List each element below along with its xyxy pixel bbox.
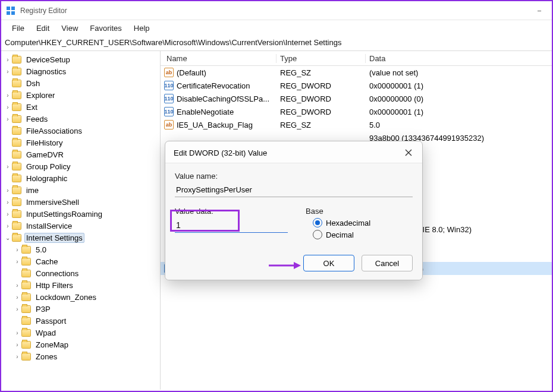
tree-item[interactable]: ›5.0	[1, 244, 160, 255]
value-type: REG_SZ	[276, 121, 366, 129]
tree-item-label: InputSettingsRoaming	[24, 209, 104, 219]
chevron-right-icon[interactable]: ›	[13, 258, 21, 265]
list-row[interactable]: ab(Default)REG_SZ(value not set)	[161, 66, 552, 79]
radio-decimal[interactable]: Decimal	[313, 230, 413, 239]
tree-item[interactable]: ›InputSettingsRoaming	[1, 208, 160, 220]
value-name-label: Value name:	[175, 172, 413, 181]
edit-dword-dialog: Edit DWORD (32-bit) Value Value name: Va…	[165, 141, 423, 280]
tree-item-label: 5.0	[34, 245, 48, 255]
tree-item[interactable]: ›GameDVR	[1, 148, 160, 160]
menu-help[interactable]: Help	[129, 22, 155, 34]
tree-item[interactable]: ›FileAssociations	[1, 125, 160, 137]
chevron-right-icon[interactable]: ›	[4, 199, 12, 206]
tree-item-label: ime	[24, 185, 40, 195]
chevron-right-icon[interactable]: ›	[13, 294, 21, 301]
tree-item[interactable]: ›Feeds	[1, 113, 160, 125]
tree-item[interactable]: ›Wpad	[1, 327, 160, 339]
tree-item-label: Internet Settings	[24, 233, 84, 243]
menu-edit[interactable]: Edit	[32, 22, 54, 34]
folder-icon	[12, 68, 21, 75]
folder-icon	[12, 163, 21, 170]
chevron-right-icon[interactable]: ›	[4, 223, 12, 229]
chevron-right-icon[interactable]: ›	[4, 92, 12, 99]
title-bar: Registry Editor –	[1, 1, 552, 20]
menu-file[interactable]: File	[7, 22, 29, 34]
chevron-right-icon[interactable]: ›	[4, 187, 12, 194]
tree-item[interactable]: ›Dsh	[1, 77, 160, 89]
chevron-right-icon[interactable]: ›	[13, 246, 21, 253]
tree-item[interactable]: ›ZoneMap	[1, 339, 160, 350]
list-row[interactable]: 110EnableNegotiateREG_DWORD0x00000001 (1…	[161, 105, 552, 118]
tree-item[interactable]: ›InstallService	[1, 220, 160, 232]
tree-item[interactable]: ›Lockdown_Zones	[1, 291, 160, 303]
tree-item[interactable]: ›P3P	[1, 303, 160, 315]
tree-item[interactable]: ⌄Internet Settings	[1, 232, 160, 244]
folder-icon	[12, 103, 21, 111]
tree-item-label: Feeds	[24, 114, 49, 124]
tree-item[interactable]: ›Explorer	[1, 89, 160, 101]
list-row[interactable]: 110CertificateRevocationREG_DWORD0x00000…	[161, 79, 552, 92]
tree-item[interactable]: ›Zones	[1, 350, 160, 362]
folder-icon	[12, 186, 21, 194]
radio-hexadecimal[interactable]: Hexadecimal	[313, 218, 413, 227]
tree-item[interactable]: ›DeviceSetup	[1, 53, 160, 65]
chevron-right-icon[interactable]: ›	[13, 342, 21, 348]
folder-icon	[21, 258, 31, 265]
tree-item[interactable]: ›Http Filters	[1, 279, 160, 291]
tree-item[interactable]: ›Diagnostics	[1, 65, 160, 77]
chevron-right-icon[interactable]: ›	[13, 282, 21, 289]
ok-button[interactable]: OK	[303, 255, 354, 271]
menu-view[interactable]: View	[56, 22, 83, 34]
menu-favorites[interactable]: Favorites	[85, 22, 126, 34]
col-data-header[interactable]: Data	[366, 54, 552, 63]
folder-icon	[21, 341, 31, 349]
chevron-right-icon[interactable]: ›	[4, 211, 12, 217]
tree-item[interactable]: ›Cache	[1, 255, 160, 267]
value-name-field[interactable]	[175, 183, 413, 197]
tree-item[interactable]: ›Holographic	[1, 172, 160, 184]
dialog-title-bar: Edit DWORD (32-bit) Value	[165, 141, 422, 163]
tree-item-label: FileAssociations	[24, 126, 84, 136]
minimize-button[interactable]: –	[535, 7, 543, 14]
tree-item-label: Holographic	[24, 173, 69, 184]
chevron-right-icon[interactable]: ›	[4, 116, 12, 122]
tree-item[interactable]: ›Connections	[1, 267, 160, 279]
chevron-right-icon[interactable]: ›	[4, 68, 12, 75]
value-name: (Default)	[177, 68, 206, 77]
list-row[interactable]: 110DisableCachingOfSSLPa...REG_DWORD0x00…	[161, 92, 552, 105]
tree-item[interactable]: ›ImmersiveShell	[1, 196, 160, 208]
value-data: 0x00000001 (1)	[366, 108, 552, 116]
chevron-right-icon[interactable]: ›	[13, 353, 21, 360]
value-data-field[interactable]	[175, 218, 288, 233]
dword-value-icon: 110	[164, 94, 174, 103]
value-type: REG_DWORD	[276, 94, 366, 103]
tree-item[interactable]: ›Ext	[1, 101, 160, 113]
col-type-header[interactable]: Type	[276, 54, 366, 63]
chevron-right-icon[interactable]: ›	[13, 306, 21, 312]
cancel-button[interactable]: Cancel	[362, 255, 413, 271]
tree-item[interactable]: ›Group Policy	[1, 160, 160, 172]
address-bar[interactable]: Computer\HKEY_CURRENT_USER\Software\Micr…	[1, 36, 552, 51]
menu-bar: File Edit View Favorites Help	[1, 20, 552, 36]
value-type: REG_DWORD	[276, 108, 366, 116]
chevron-right-icon[interactable]: ›	[4, 56, 12, 63]
tree-pane[interactable]: ›DeviceSetup›Diagnostics›Dsh›Explorer›Ex…	[1, 51, 161, 390]
list-header: Name Type Data	[161, 51, 552, 66]
dialog-title: Edit DWORD (32-bit) Value	[174, 148, 267, 157]
radio-hex-label: Hexadecimal	[326, 219, 370, 227]
chevron-right-icon[interactable]: ›	[4, 104, 12, 110]
close-icon[interactable]	[403, 147, 414, 158]
chevron-down-icon[interactable]: ⌄	[4, 235, 12, 241]
chevron-right-icon[interactable]: ›	[13, 330, 21, 336]
tree-item[interactable]: ›FileHistory	[1, 137, 160, 148]
folder-icon	[21, 317, 31, 325]
col-name-header[interactable]: Name	[161, 54, 276, 63]
tree-item-label: P3P	[34, 304, 52, 314]
chevron-right-icon[interactable]: ›	[4, 163, 12, 170]
value-type: REG_DWORD	[276, 81, 366, 90]
tree-item-label: Wpad	[34, 328, 58, 338]
tree-item[interactable]: ›ime	[1, 184, 160, 196]
tree-item[interactable]: ›Passport	[1, 315, 160, 327]
tree-item-label: Explorer	[24, 90, 56, 100]
list-row[interactable]: abIE5_UA_Backup_FlagREG_SZ5.0	[161, 118, 552, 131]
